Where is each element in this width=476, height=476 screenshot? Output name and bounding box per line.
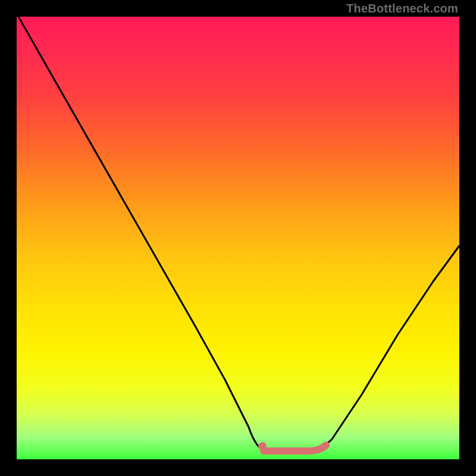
marker-dot bbox=[258, 442, 267, 450]
watermark-text: TheBottleneck.com bbox=[346, 2, 458, 15]
plot-area bbox=[17, 17, 459, 459]
bottleneck-curve bbox=[17, 17, 459, 459]
chart-container: TheBottleneck.com bbox=[0, 0, 476, 476]
curve-path bbox=[18, 17, 459, 451]
flat-segment bbox=[264, 445, 326, 451]
